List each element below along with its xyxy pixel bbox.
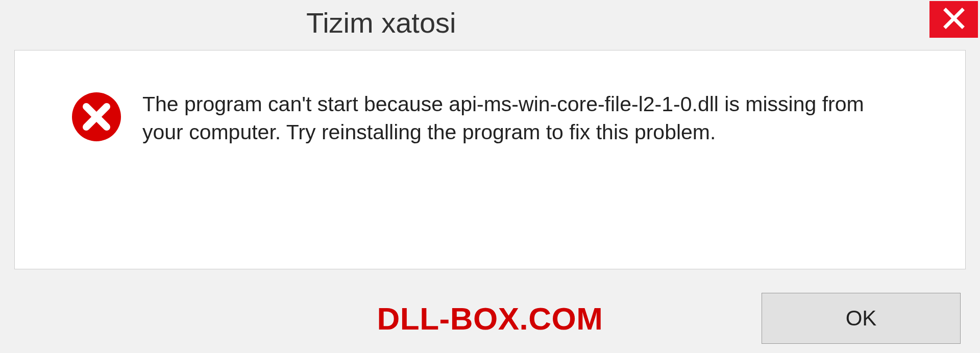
- footer: DLL-BOX.COM OK: [0, 293, 980, 344]
- content-panel: The program can't start because api-ms-w…: [14, 50, 966, 269]
- dialog-title: Tizim xatosi: [306, 6, 456, 39]
- close-icon: [943, 7, 965, 32]
- close-button[interactable]: [929, 1, 978, 38]
- titlebar: Tizim xatosi: [0, 0, 980, 46]
- watermark-text: DLL-BOX.COM: [377, 300, 603, 337]
- ok-button-label: OK: [846, 306, 877, 331]
- ok-button[interactable]: OK: [762, 293, 961, 344]
- error-icon: [71, 91, 122, 142]
- error-message: The program can't start because api-ms-w…: [142, 90, 908, 147]
